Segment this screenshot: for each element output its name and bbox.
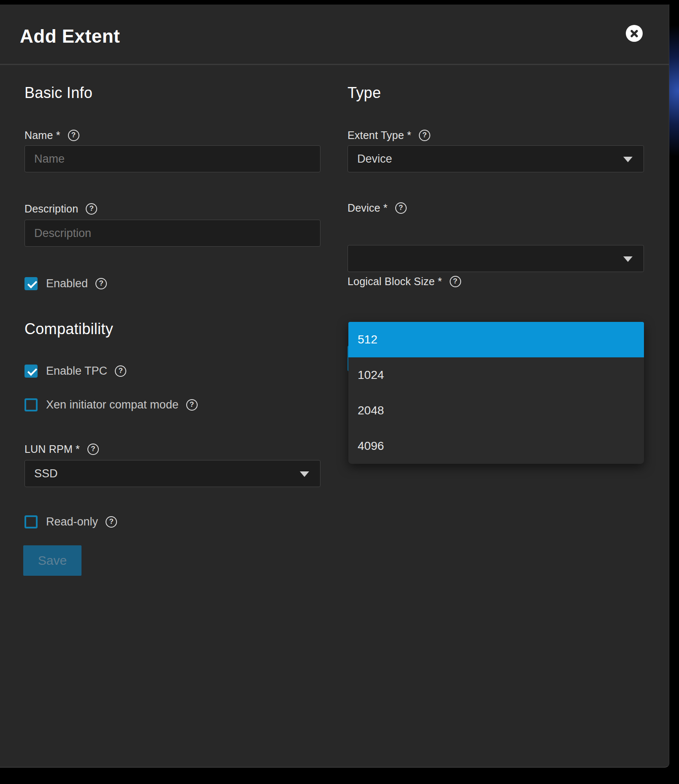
xen-compat-help-icon[interactable]	[186, 399, 198, 411]
device-label: Device *	[348, 202, 388, 214]
enable-tpc-checkbox[interactable]	[24, 365, 38, 378]
section-compatibility: Compatibility	[24, 320, 320, 338]
description-label-row: Description	[24, 202, 320, 215]
enable-tpc-row: Enable TPC	[24, 364, 320, 378]
name-label-row: Name *	[24, 128, 320, 142]
lun-rpm-label: LUN RPM *	[24, 443, 80, 455]
name-input[interactable]	[24, 145, 320, 172]
block-size-option-4096[interactable]: 4096	[348, 428, 644, 464]
description-input[interactable]	[24, 220, 320, 247]
chevron-down-icon	[623, 256, 633, 262]
device-help-icon[interactable]	[395, 202, 407, 214]
enabled-checkbox[interactable]	[24, 277, 38, 290]
block-size-label: Logical Block Size *	[348, 275, 442, 288]
xen-compat-label: Xen initiator compat mode	[46, 398, 179, 411]
extent-type-select[interactable]: Device	[348, 145, 644, 172]
lun-rpm-select[interactable]: SSD	[24, 460, 320, 487]
lun-rpm-label-row: LUN RPM *	[24, 442, 320, 456]
left-column: Basic Info Name * Description Enabled Co…	[24, 5, 320, 32]
block-size-option-list: 512102420484096	[348, 322, 644, 464]
block-size-option-1024[interactable]: 1024	[348, 357, 644, 393]
xen-compat-row: Xen initiator compat mode	[24, 398, 320, 411]
extent-type-help-icon[interactable]	[419, 130, 430, 141]
enabled-row: Enabled	[24, 277, 320, 290]
description-label: Description	[24, 203, 78, 215]
block-size-label-row: Logical Block Size *	[348, 275, 644, 288]
block-size-option-512[interactable]: 512	[348, 322, 644, 357]
read-only-row: Read-only	[24, 515, 320, 528]
section-basic-info: Basic Info	[24, 84, 320, 102]
block-size-option-2048[interactable]: 2048	[348, 393, 644, 428]
device-select[interactable]	[348, 245, 644, 272]
device-label-row: Device *	[348, 201, 644, 215]
enabled-label: Enabled	[46, 277, 88, 290]
enable-tpc-label: Enable TPC	[46, 365, 107, 378]
extent-type-value: Device	[357, 152, 392, 166]
name-label: Name *	[24, 129, 60, 142]
add-extent-dialog: Add Extent Basic Info Name * Description…	[0, 4, 669, 768]
extent-type-label: Extent Type *	[348, 129, 411, 142]
lun-rpm-help-icon[interactable]	[87, 444, 99, 455]
read-only-label: Read-only	[46, 515, 98, 528]
chevron-down-icon	[300, 471, 309, 477]
enabled-help-icon[interactable]	[95, 278, 107, 289]
read-only-help-icon[interactable]	[106, 516, 117, 528]
description-help-icon[interactable]	[86, 203, 97, 215]
block-size-help-icon[interactable]	[450, 276, 461, 287]
name-help-icon[interactable]	[68, 130, 79, 141]
enable-tpc-help-icon[interactable]	[115, 365, 126, 377]
read-only-checkbox[interactable]	[24, 515, 38, 528]
lun-rpm-value: SSD	[34, 467, 58, 480]
section-type: Type	[348, 84, 644, 102]
right-column: Type Extent Type * Device Device * Logic…	[348, 5, 644, 84]
xen-compat-checkbox[interactable]	[24, 398, 38, 411]
save-button[interactable]: Save	[23, 545, 81, 576]
extent-type-label-row: Extent Type *	[348, 128, 644, 142]
chevron-down-icon	[623, 157, 633, 162]
